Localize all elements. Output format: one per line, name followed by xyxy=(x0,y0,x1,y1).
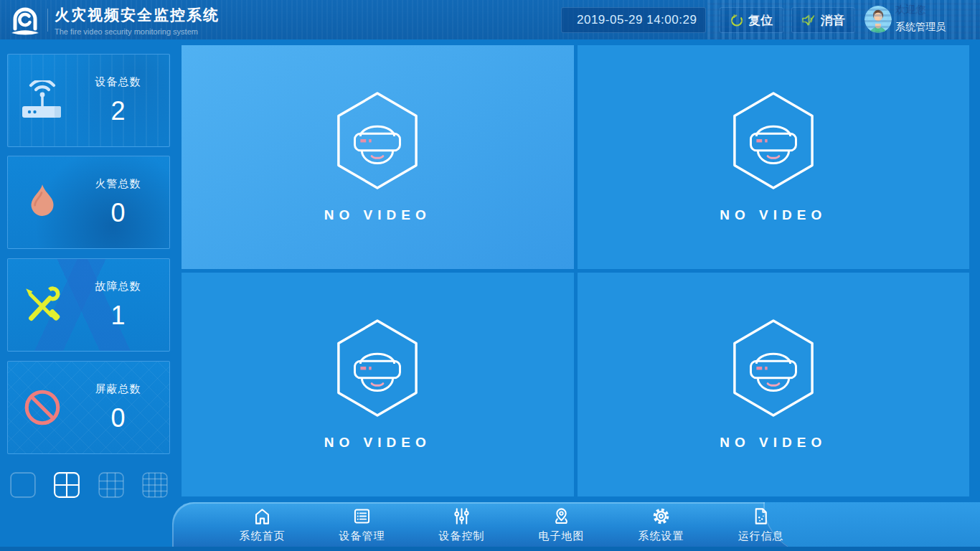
dome-camera-icon xyxy=(334,91,421,190)
layout-switcher xyxy=(9,470,169,500)
stat-label: 设备总数 xyxy=(77,75,159,89)
video-cell-4[interactable]: NO VIDEO xyxy=(578,273,970,496)
nav-label: 系统设置 xyxy=(639,529,684,543)
stat-card-faults[interactable]: 故障总数 1 xyxy=(7,258,170,352)
dome-camera-icon xyxy=(730,91,817,190)
nav-item-device-control[interactable]: 设备控制 xyxy=(412,502,512,547)
dome-camera-icon xyxy=(730,319,817,418)
datetime-display: 2019-05-29 14:00:29 xyxy=(561,7,706,33)
nav-item-map[interactable]: 电子地图 xyxy=(512,502,611,547)
nav-label: 设备控制 xyxy=(439,529,485,543)
mute-icon xyxy=(801,14,816,27)
stat-label: 火警总数 xyxy=(77,177,159,191)
no-video-label: NO VIDEO xyxy=(720,435,826,451)
user-name: 系统管理员 xyxy=(895,21,946,34)
nav-item-runtime-info[interactable]: 运行信息 xyxy=(711,502,811,547)
wireless-device-icon xyxy=(8,80,77,121)
device-list-icon xyxy=(352,507,372,526)
nav-item-settings[interactable]: 系统设置 xyxy=(611,502,711,547)
video-cell-2[interactable]: NO VIDEO xyxy=(578,45,970,269)
no-video-label: NO VIDEO xyxy=(720,207,826,223)
no-video-label: NO VIDEO xyxy=(324,435,431,451)
video-cell-3[interactable]: NO VIDEO xyxy=(182,273,574,496)
page-title: 火灾视频安全监控系统 xyxy=(55,5,220,25)
header-divider xyxy=(47,9,48,32)
reset-icon xyxy=(730,14,743,27)
stat-card-devices[interactable]: 设备总数 2 xyxy=(7,54,170,147)
map-pin-icon xyxy=(552,507,571,526)
stat-value: 1 xyxy=(77,301,159,331)
user-avatar[interactable] xyxy=(864,6,892,33)
dome-camera-logo xyxy=(9,4,42,36)
footer-strip xyxy=(0,547,980,551)
stat-value: 0 xyxy=(77,198,159,228)
reset-button[interactable]: 复位 xyxy=(720,7,783,33)
mute-button[interactable]: 消音 xyxy=(791,7,855,33)
welcome-text: 欢迎您 xyxy=(895,4,925,17)
stat-value: 2 xyxy=(77,96,159,126)
sliders-icon xyxy=(452,507,471,526)
nav-label: 系统首页 xyxy=(240,529,286,543)
datetime-text: 2019-05-29 14:00:29 xyxy=(577,13,697,27)
report-icon xyxy=(751,507,771,526)
nav-item-home[interactable]: 系统首页 xyxy=(212,502,312,547)
stat-card-shielded[interactable]: 屏蔽总数 0 xyxy=(7,361,170,454)
stat-value: 0 xyxy=(77,403,159,433)
dome-camera-icon xyxy=(334,319,421,418)
no-video-label: NO VIDEO xyxy=(324,207,431,223)
mute-label: 消音 xyxy=(821,12,845,29)
nav-label: 电子地图 xyxy=(539,529,585,543)
header-bar: 火灾视频安全监控系统 The fire video security monit… xyxy=(0,0,980,39)
video-cell-1[interactable]: NO VIDEO xyxy=(182,45,574,269)
grid-1x1-icon[interactable] xyxy=(9,471,37,499)
video-grid: NO VIDEO NO VIDEO NO VIDEO xyxy=(182,45,969,496)
home-icon xyxy=(253,507,272,526)
reset-label: 复位 xyxy=(748,12,773,29)
ban-icon xyxy=(8,387,77,428)
grid-2x2-icon[interactable] xyxy=(52,471,81,499)
flame-icon xyxy=(8,182,77,223)
gear-icon xyxy=(651,507,671,526)
grid-3x3-icon[interactable] xyxy=(97,471,126,499)
bottom-nav-bar: 系统首页 设备管理 设备控制 xyxy=(172,502,980,547)
stat-label: 故障总数 xyxy=(77,280,159,293)
grid-4x4-icon[interactable] xyxy=(141,471,169,499)
nav-label: 设备管理 xyxy=(339,529,385,543)
stat-label: 屏蔽总数 xyxy=(77,382,159,396)
stat-card-fire-alarms[interactable]: 火警总数 0 xyxy=(7,156,170,249)
nav-item-device-management[interactable]: 设备管理 xyxy=(312,502,412,547)
page-subtitle: The fire video security monitoring syste… xyxy=(55,27,220,36)
nav-label: 运行信息 xyxy=(738,529,784,543)
tools-icon xyxy=(8,284,77,326)
